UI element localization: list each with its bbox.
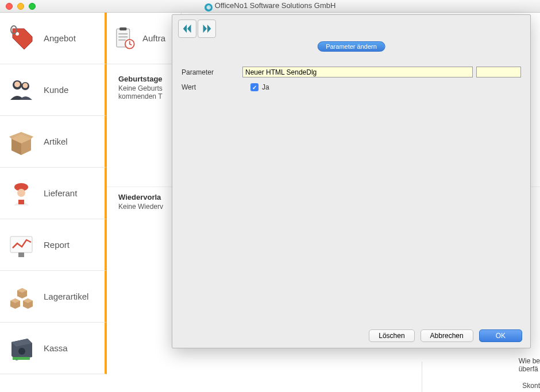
sidebar-item-label: Lieferant — [44, 188, 77, 198]
sidebar-item-label: Report — [44, 240, 70, 250]
window-title: ⊕OfficeNo1 Software Solutions GmbH — [0, 1, 540, 11]
sidebar-item-label: Kassa — [44, 343, 68, 353]
box-icon — [7, 127, 36, 156]
safe-icon — [7, 334, 36, 363]
sidebar: Angebot Kunde Artikel Lieferant Report — [0, 13, 107, 392]
checkbox-label: Ja — [262, 83, 269, 91]
svg-rect-14 — [119, 27, 126, 30]
sidebar-item-label: Kunde — [44, 85, 68, 95]
double-chevron-left-icon — [181, 22, 194, 35]
sidebar-item-artikel[interactable]: Artikel — [0, 116, 107, 168]
clipboard-icon — [111, 26, 137, 51]
sidebar2-item-label: Auftra — [142, 33, 165, 43]
next-button[interactable] — [198, 20, 216, 38]
ok-button[interactable]: OK — [479, 329, 522, 342]
sidebar-item-lagerartikel[interactable]: Lagerartikel — [0, 271, 107, 323]
label-value: Wert — [182, 83, 242, 91]
svg-rect-9 — [10, 236, 32, 253]
svg-rect-12 — [13, 357, 30, 360]
app-icon: ⊕ — [205, 3, 213, 11]
sidebar-item-kunde[interactable]: Kunde — [0, 64, 107, 116]
sidebar-item-lieferant[interactable]: Lieferant — [0, 168, 107, 219]
parameter-input-2[interactable] — [476, 67, 521, 77]
sidebar2-item-auftrag[interactable]: Auftra — [107, 13, 182, 64]
sidebar-item-label: Artikel — [44, 137, 68, 146]
delete-button[interactable]: Löschen — [369, 329, 414, 342]
svg-point-11 — [18, 348, 25, 355]
parameter-dialog: Parameter ändern Parameter Wert Ja Lösch… — [172, 14, 531, 348]
prev-button[interactable] — [178, 20, 196, 38]
sidebar-item-angebot[interactable]: Angebot — [0, 13, 107, 64]
value-checkbox[interactable] — [250, 83, 259, 91]
supplier-icon — [7, 179, 36, 208]
svg-rect-8 — [18, 200, 24, 204]
svg-rect-10 — [18, 253, 24, 257]
tag-icon — [7, 24, 36, 53]
sidebar-item-report[interactable]: Report — [0, 219, 107, 271]
chart-icon — [7, 231, 36, 259]
svg-point-4 — [14, 81, 20, 87]
peek-bottom: Skont — [522, 382, 540, 390]
boxes-icon — [7, 282, 36, 311]
label-parameter: Parameter — [182, 68, 242, 76]
double-chevron-right-icon — [200, 22, 213, 35]
divider — [422, 362, 422, 392]
dialog-title: Parameter ändern — [317, 41, 385, 52]
titlebar: ⊕OfficeNo1 Software Solutions GmbH — [0, 0, 540, 13]
cancel-button[interactable]: Abbrechen — [421, 329, 473, 342]
sidebar-item-kassa[interactable]: Kassa — [0, 323, 107, 374]
svg-point-7 — [17, 189, 25, 197]
people-icon — [7, 76, 36, 104]
peek-text: Wie be überfä — [519, 357, 540, 373]
sidebar-item-label: Angebot — [44, 33, 76, 43]
sidebar-item-label: Lagerartikel — [44, 292, 88, 301]
svg-point-5 — [23, 83, 28, 88]
parameter-input[interactable] — [242, 67, 473, 77]
